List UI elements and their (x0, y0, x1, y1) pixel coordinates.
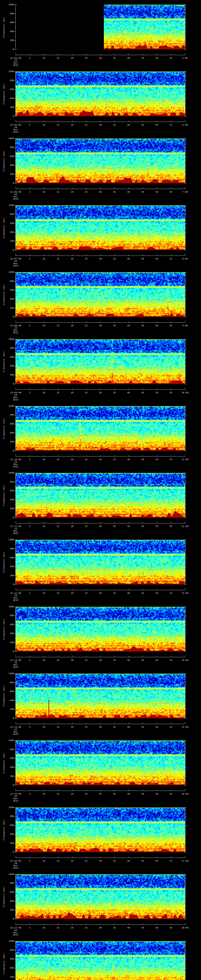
x-tick-label: 40 (127, 525, 130, 528)
x-tick-label: 35 (113, 592, 116, 595)
x-tick-label: 20 (71, 325, 73, 327)
x-tick-label: 45 (141, 325, 144, 327)
x-tick-label: 35 (113, 525, 116, 528)
x-tick-label: 45 (141, 191, 144, 193)
x-tick-label: 30 (99, 525, 102, 528)
x-tick-label: 15 (57, 659, 59, 662)
y-axis-title: Frequency (Hz) (3, 953, 5, 974)
start-time-label: 13:06:00 28 Nov 2015 (10, 191, 21, 200)
y-tick-label: 600 (0, 289, 14, 291)
y-tick-label: 800 (0, 213, 14, 215)
x-tick-label: 20 (71, 860, 73, 862)
x-tick-label: 45 (141, 860, 144, 862)
x-tick-label: 20 (71, 659, 73, 662)
y-tick-label: 600 (0, 155, 14, 158)
x-tick-label: 20 (71, 793, 73, 795)
end-time-label: 17:00 (182, 860, 189, 862)
y-tick-label: 400 (0, 967, 14, 969)
x-tick-label: 35 (113, 391, 116, 394)
x-tick-label: 50 (155, 659, 158, 662)
y-tick-label: 800 (0, 414, 14, 416)
x-tick-label: 10 (43, 57, 45, 59)
x-tick-label: 20 (71, 391, 73, 394)
x-tick-label: 10 (43, 124, 45, 126)
x-tick-label: 40 (127, 258, 130, 260)
x-tick-label: 25 (85, 525, 88, 528)
y-tick-label: 1000 (0, 204, 14, 207)
x-tick-label: 55 (170, 860, 172, 862)
y-tick-label: 1000 (0, 405, 14, 407)
y-tick-label: 1000 (0, 606, 14, 608)
x-tick-label: 35 (113, 659, 116, 662)
x-tick-label: 50 (155, 525, 158, 528)
x-tick-label: 5 (29, 258, 30, 260)
y-axis-title: Frequency (Hz) (3, 752, 5, 773)
end-time-label: 15:00 (182, 726, 189, 728)
x-tick-label: 15 (57, 927, 59, 929)
x-tick-label: 5 (29, 592, 30, 595)
x-tick-label: 15 (57, 391, 59, 394)
x-tick-label: 25 (85, 927, 88, 929)
x-tick-label: 10 (43, 793, 45, 795)
end-time-label: 14:00 (182, 659, 189, 662)
x-tick-label: 5 (29, 659, 30, 662)
x-tick-label: 20 (71, 592, 73, 595)
y-tick-label: 200 (0, 909, 14, 911)
y-tick-label: 400 (0, 632, 14, 635)
x-tick-label: 10 (43, 726, 45, 728)
x-tick-label: 30 (99, 793, 102, 795)
y-tick-label: 600 (0, 891, 14, 893)
y-tick-label: 200 (0, 708, 14, 711)
x-tick-label: 40 (127, 793, 130, 795)
spectrogram-panel-13-06-00: Frequency (Hz) 10008006004002000 5101520… (0, 134, 201, 201)
x-tick-label: 45 (141, 659, 144, 662)
end-time-label: 18:00 (182, 927, 189, 929)
y-tick-label: 800 (0, 80, 14, 82)
x-tick-label: 55 (170, 927, 172, 929)
spectrogram-image (0, 937, 201, 980)
x-tick-label: 35 (113, 726, 116, 728)
spectrogram-panel-13-15-00: Frequency (Hz) 10008006004002000 5101520… (0, 736, 201, 803)
spectrogram-panel-13-08-00: Frequency (Hz) 10008006004002000 5101520… (0, 267, 201, 334)
x-tick-label: 40 (127, 659, 130, 662)
y-axis-title: Frequency (Hz) (3, 83, 5, 105)
y-axis-title: Frequency (Hz) (3, 284, 5, 305)
x-tick-label: 5 (29, 860, 30, 862)
y-tick-label: 1000 (0, 539, 14, 541)
x-tick-label: 50 (155, 258, 158, 260)
y-axis-title: Frequency (Hz) (3, 886, 5, 907)
y-tick-label: 600 (0, 824, 14, 827)
x-tick-label: 30 (99, 927, 102, 929)
x-tick-label: 20 (71, 124, 73, 126)
x-tick-label: 50 (155, 927, 158, 929)
y-tick-label: 600 (0, 557, 14, 559)
x-tick-label: 30 (99, 325, 102, 327)
x-tick-label: 25 (85, 191, 88, 193)
y-tick-label: 600 (0, 624, 14, 626)
start-time-label: 13:04:00 28 Nov 2015 (10, 57, 21, 67)
x-tick-label: 20 (71, 458, 73, 461)
x-tick-label: 15 (57, 793, 59, 795)
start-time-label: 13:10:00 28 Nov 2015 (10, 458, 21, 468)
y-tick-label: 600 (0, 490, 14, 492)
y-tick-label: 800 (0, 547, 14, 550)
end-time-label: 6:00 (182, 124, 188, 126)
y-tick-label: 400 (0, 699, 14, 702)
x-tick-label: 10 (43, 391, 45, 394)
x-tick-label: 35 (113, 258, 116, 260)
x-tick-label: 50 (155, 391, 158, 394)
x-tick-label: 40 (127, 191, 130, 193)
x-tick-label: 25 (85, 458, 88, 461)
x-tick-label: 40 (127, 726, 130, 728)
start-time-label: 13:16:00 28 Nov 2015 (10, 860, 21, 869)
x-tick-label: 30 (99, 592, 102, 595)
start-time-label: 13:05:00 28 Nov 2015 (10, 124, 21, 133)
x-tick-label: 30 (99, 458, 102, 461)
y-tick-label: 200 (0, 39, 14, 41)
y-tick-label: 600 (0, 222, 14, 224)
y-tick-label: 0 (0, 583, 14, 585)
spectrogram-panel-13-05-00: Frequency (Hz) 10008006004002000 5101520… (0, 67, 201, 134)
x-tick-label: 5 (29, 57, 30, 59)
x-tick-label: 5 (29, 726, 30, 728)
y-tick-label: 1000 (0, 807, 14, 809)
